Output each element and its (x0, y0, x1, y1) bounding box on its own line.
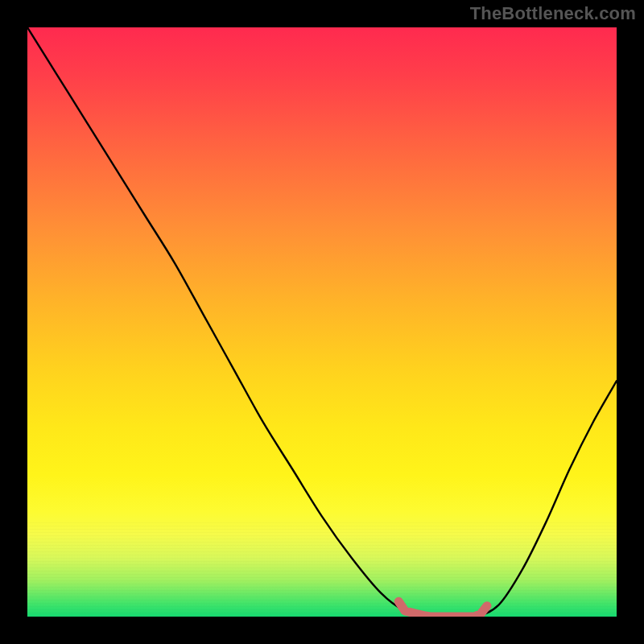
chart-frame: TheBottleneck.com (0, 0, 644, 644)
plot-area (27, 27, 617, 617)
watermark-text: TheBottleneck.com (470, 3, 636, 24)
gradient-background (27, 27, 617, 617)
